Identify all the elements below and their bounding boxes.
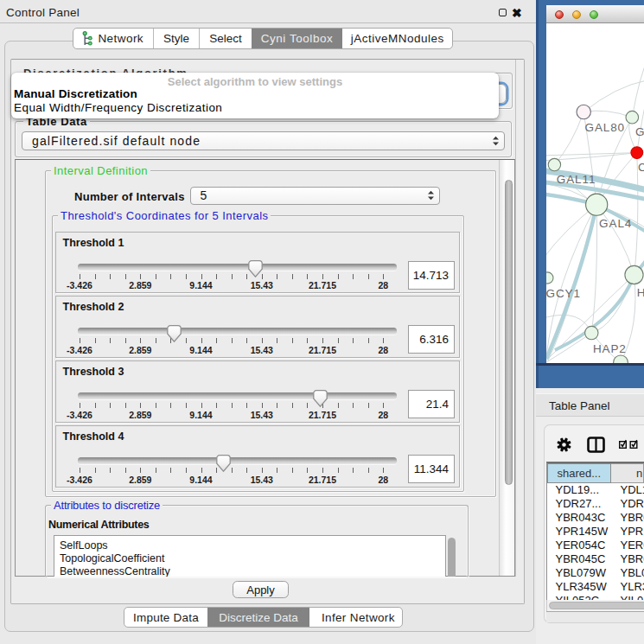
svg-text:C: C xyxy=(638,161,644,174)
svg-text:H: H xyxy=(637,286,644,299)
svg-text:GAL4: GAL4 xyxy=(599,217,632,230)
svg-text:GAL11: GAL11 xyxy=(557,173,596,186)
svg-text:HAP2: HAP2 xyxy=(593,342,627,355)
svg-text:GCY1: GCY1 xyxy=(546,287,581,300)
svg-text:GA: GA xyxy=(635,125,644,138)
svg-text:GAL80: GAL80 xyxy=(585,121,626,134)
